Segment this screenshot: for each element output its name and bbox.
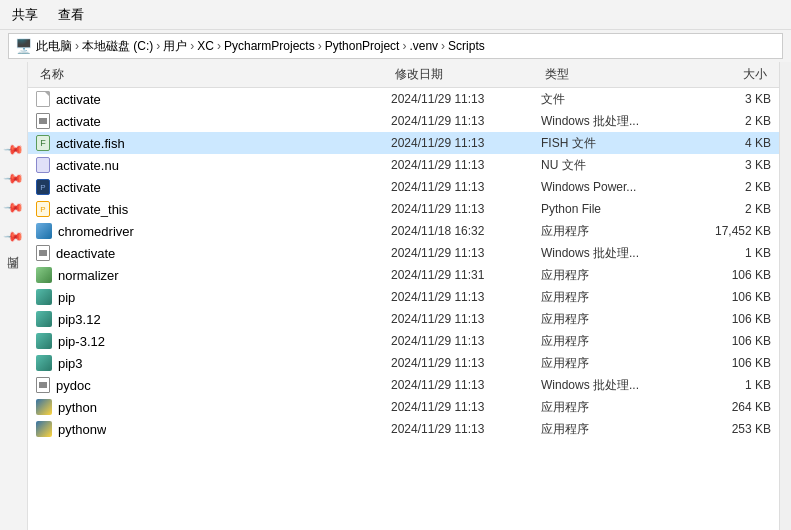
file-name-text: activate.nu: [56, 158, 119, 173]
breadcrumb-sep-4: ›: [217, 39, 221, 53]
table-row[interactable]: activate.nu 2024/11/29 11:13 NU 文件 3 KB: [28, 154, 779, 176]
file-name-cell: pydoc: [36, 377, 391, 393]
file-modified-cell: 2024/11/29 11:13: [391, 334, 541, 348]
top-toolbar: 共享 查看: [0, 0, 791, 30]
breadcrumb-computer[interactable]: 此电脑: [36, 38, 72, 55]
file-icon: F: [36, 135, 50, 151]
file-type-cell: 应用程序: [541, 399, 691, 416]
table-row[interactable]: chromedriver 2024/11/18 16:32 应用程序 17,45…: [28, 220, 779, 242]
file-name-cell: pip-3.12: [36, 333, 391, 349]
table-row[interactable]: pip-3.12 2024/11/29 11:13 应用程序 106 KB: [28, 330, 779, 352]
file-type-cell: Python File: [541, 202, 691, 216]
col-header-type[interactable]: 类型: [541, 64, 691, 85]
table-row[interactable]: pip 2024/11/29 11:13 应用程序 106 KB: [28, 286, 779, 308]
file-list: activate 2024/11/29 11:13 文件 3 KB activa…: [28, 88, 779, 440]
file-size-cell: 106 KB: [691, 290, 771, 304]
file-type-cell: Windows 批处理...: [541, 113, 691, 130]
pin-icon-4[interactable]: 📌: [3, 226, 25, 248]
file-name-text: pip3: [58, 356, 83, 371]
file-modified-cell: 2024/11/29 11:13: [391, 180, 541, 194]
file-type-cell: FISH 文件: [541, 135, 691, 152]
breadcrumb-scripts[interactable]: Scripts: [448, 39, 485, 53]
breadcrumb-drive[interactable]: 本地磁盘 (C:): [82, 38, 153, 55]
file-name-text: python: [58, 400, 97, 415]
breadcrumb-users[interactable]: 用户: [163, 38, 187, 55]
file-name-cell: activate: [36, 91, 391, 107]
file-modified-cell: 2024/11/18 16:32: [391, 224, 541, 238]
breadcrumb-pycharm[interactable]: PycharmProjects: [224, 39, 315, 53]
breadcrumb-sep-6: ›: [402, 39, 406, 53]
file-size-cell: 3 KB: [691, 92, 771, 106]
file-name-text: normalizer: [58, 268, 119, 283]
table-row[interactable]: P activate 2024/11/29 11:13 Windows Powe…: [28, 176, 779, 198]
file-modified-cell: 2024/11/29 11:13: [391, 158, 541, 172]
file-name-cell: F activate.fish: [36, 135, 391, 151]
table-row[interactable]: activate 2024/11/29 11:13 文件 3 KB: [28, 88, 779, 110]
breadcrumb-pythonproject[interactable]: PythonProject: [325, 39, 400, 53]
file-icon: [36, 399, 52, 415]
right-scrollbar[interactable]: [779, 62, 791, 530]
file-icon: [36, 113, 50, 129]
file-modified-cell: 2024/11/29 11:13: [391, 202, 541, 216]
file-size-cell: 2 KB: [691, 114, 771, 128]
share-button[interactable]: 共享: [8, 4, 42, 26]
file-name-text: pip-3.12: [58, 334, 105, 349]
col-header-size[interactable]: 大小: [691, 64, 771, 85]
file-type-cell: 应用程序: [541, 355, 691, 372]
file-icon: [36, 267, 52, 283]
table-row[interactable]: pythonw 2024/11/29 11:13 应用程序 253 KB: [28, 418, 779, 440]
table-row[interactable]: python 2024/11/29 11:13 应用程序 264 KB: [28, 396, 779, 418]
breadcrumb-xc[interactable]: XC: [197, 39, 214, 53]
file-name-text: activate: [56, 92, 101, 107]
table-row[interactable]: deactivate 2024/11/29 11:13 Windows 批处理.…: [28, 242, 779, 264]
file-icon: [36, 91, 50, 107]
left-sidebar: 📌 📌 📌 📌 图片: [0, 62, 28, 530]
table-row[interactable]: activate 2024/11/29 11:13 Windows 批处理...…: [28, 110, 779, 132]
file-name-cell: pip3.12: [36, 311, 391, 327]
file-size-cell: 106 KB: [691, 268, 771, 282]
file-icon: [36, 355, 52, 371]
file-type-cell: 应用程序: [541, 223, 691, 240]
breadcrumb-computer-icon: 🖥️: [15, 38, 32, 54]
file-size-cell: 3 KB: [691, 158, 771, 172]
breadcrumb-sep-7: ›: [441, 39, 445, 53]
file-type-cell: 应用程序: [541, 267, 691, 284]
file-type-cell: Windows Power...: [541, 180, 691, 194]
file-modified-cell: 2024/11/29 11:13: [391, 246, 541, 260]
file-modified-cell: 2024/11/29 11:13: [391, 356, 541, 370]
file-name-cell: pythonw: [36, 421, 391, 437]
table-row[interactable]: P activate_this 2024/11/29 11:13 Python …: [28, 198, 779, 220]
file-name-cell: deactivate: [36, 245, 391, 261]
table-row[interactable]: pip3.12 2024/11/29 11:13 应用程序 106 KB: [28, 308, 779, 330]
file-size-cell: 1 KB: [691, 378, 771, 392]
pin-icon-1[interactable]: 📌: [3, 139, 25, 161]
table-row[interactable]: pydoc 2024/11/29 11:13 Windows 批处理... 1 …: [28, 374, 779, 396]
file-name-text: pip3.12: [58, 312, 101, 327]
table-row[interactable]: normalizer 2024/11/29 11:31 应用程序 106 KB: [28, 264, 779, 286]
table-row[interactable]: F activate.fish 2024/11/29 11:13 FISH 文件…: [28, 132, 779, 154]
file-icon: P: [36, 201, 50, 217]
view-button[interactable]: 查看: [54, 4, 88, 26]
column-headers: 名称 修改日期 类型 大小: [28, 62, 779, 88]
col-header-name[interactable]: 名称: [36, 64, 391, 85]
breadcrumb-sep-3: ›: [190, 39, 194, 53]
file-type-cell: 应用程序: [541, 289, 691, 306]
file-modified-cell: 2024/11/29 11:13: [391, 422, 541, 436]
file-type-cell: 文件: [541, 91, 691, 108]
file-name-text: chromedriver: [58, 224, 134, 239]
file-type-cell: 应用程序: [541, 311, 691, 328]
table-row[interactable]: pip3 2024/11/29 11:13 应用程序 106 KB: [28, 352, 779, 374]
file-name-text: deactivate: [56, 246, 115, 261]
col-header-modified[interactable]: 修改日期: [391, 64, 541, 85]
file-name-cell: chromedriver: [36, 223, 391, 239]
pin-icon-2[interactable]: 📌: [3, 168, 25, 190]
file-name-cell: pip: [36, 289, 391, 305]
file-size-cell: 264 KB: [691, 400, 771, 414]
file-name-cell: P activate: [36, 179, 391, 195]
file-name-text: pythonw: [58, 422, 106, 437]
breadcrumb-venv[interactable]: .venv: [409, 39, 438, 53]
file-type-cell: 应用程序: [541, 333, 691, 350]
file-modified-cell: 2024/11/29 11:13: [391, 312, 541, 326]
pin-icon-3[interactable]: 📌: [3, 197, 25, 219]
file-size-cell: 2 KB: [691, 180, 771, 194]
